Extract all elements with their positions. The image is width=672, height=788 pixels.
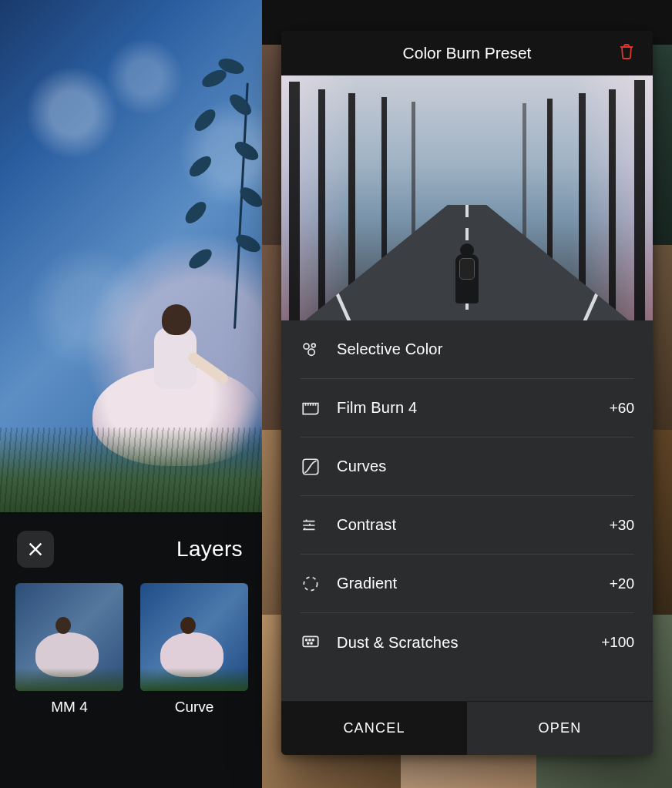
adjustment-label: Curves (337, 458, 619, 475)
adjustment-label: Contrast (337, 516, 594, 534)
film-burn-icon (300, 397, 321, 419)
adjustment-row-gradient[interactable]: Gradient +20 (300, 555, 634, 613)
svg-rect-5 (303, 636, 318, 646)
layer-thumb[interactable]: MM 4 (15, 583, 123, 716)
trash-icon (617, 42, 636, 61)
selective-color-icon (300, 339, 321, 360)
dust-icon (300, 632, 321, 653)
adjustment-row-curves[interactable]: Curves (300, 438, 634, 496)
adjustment-row-film-burn[interactable]: Film Burn 4 +60 (300, 379, 634, 438)
svg-point-4 (304, 577, 317, 590)
svg-point-9 (307, 642, 309, 644)
layer-thumb-label: MM 4 (51, 699, 88, 716)
preset-preview-photo (281, 75, 653, 320)
open-button[interactable]: OPEN (467, 702, 653, 755)
adjustment-value: +30 (610, 517, 634, 534)
adjustment-label: Gradient (337, 575, 594, 592)
curves-icon (300, 456, 321, 478)
svg-point-0 (304, 344, 309, 349)
adjustment-value: +60 (610, 400, 634, 417)
layer-thumb-label: Curve (175, 699, 214, 716)
svg-point-7 (309, 639, 311, 641)
preset-adjustments-list: Selective Color Film Burn 4 +60 Curves (281, 320, 653, 701)
adjustment-label: Film Burn 4 (337, 399, 594, 417)
preset-title: Color Burn Preset (403, 44, 532, 62)
svg-point-2 (308, 349, 314, 355)
preset-actions: CANCEL OPEN (281, 701, 653, 755)
layer-thumb[interactable]: Curve (140, 583, 248, 716)
svg-point-1 (311, 344, 315, 347)
svg-point-10 (311, 642, 312, 644)
contrast-icon (300, 515, 321, 536)
svg-point-8 (312, 639, 314, 641)
adjustment-value: +100 (601, 634, 634, 651)
adjustment-row-contrast[interactable]: Contrast +30 (300, 496, 634, 555)
adjustment-row-selective-color[interactable]: Selective Color (300, 320, 634, 379)
svg-point-6 (306, 639, 307, 641)
gradient-icon (300, 573, 321, 595)
delete-preset-button[interactable] (617, 42, 639, 64)
adjustment-row-dust-scratches[interactable]: Dust & Scratches +100 (300, 613, 634, 672)
adjustment-label: Selective Color (337, 340, 619, 358)
preset-header: Color Burn Preset (281, 31, 653, 75)
cancel-button[interactable]: CANCEL (281, 702, 467, 755)
adjustment-label: Dust & Scratches (337, 634, 586, 652)
preset-card: Color Burn Preset Selective Color (281, 31, 653, 755)
adjustment-value: +20 (610, 575, 634, 592)
